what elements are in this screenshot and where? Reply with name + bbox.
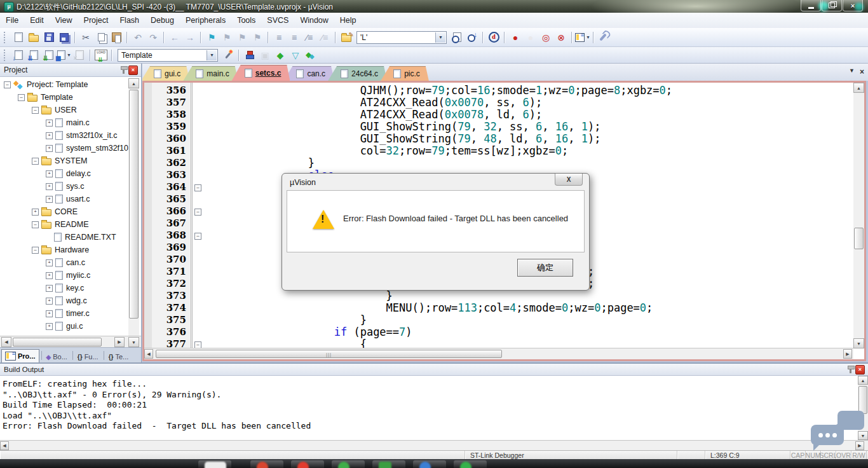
tree-item-delay-c[interactable]: +delay.c xyxy=(0,167,128,180)
tree-item-template[interactable]: –Template xyxy=(0,91,128,104)
menu-item-help[interactable]: Help xyxy=(334,13,362,27)
build-output-hscrollbar[interactable]: ◀ ▶ xyxy=(0,440,868,451)
collapse-icon[interactable]: – xyxy=(32,221,39,228)
expand-icon[interactable]: + xyxy=(46,196,53,203)
expand-icon[interactable]: + xyxy=(46,120,53,127)
menu-item-file[interactable]: File xyxy=(0,13,24,27)
scroll-left-button[interactable]: ◀ xyxy=(144,349,153,359)
document-tab-pic-c[interactable]: pic.c xyxy=(381,66,429,81)
bookmark-toggle-button[interactable]: ⚑ xyxy=(204,31,219,45)
tree-item-myiic-c[interactable]: +myiic.c xyxy=(0,269,128,282)
collapse-icon[interactable]: – xyxy=(32,107,39,114)
enable-breakpoint-button[interactable]: ● xyxy=(523,31,538,45)
taskbar-app-icon[interactable] xyxy=(379,462,391,468)
collapse-icon[interactable]: – xyxy=(32,158,39,165)
pin-icon[interactable] xyxy=(123,68,125,74)
new-file-button[interactable] xyxy=(11,31,26,45)
expand-icon[interactable]: + xyxy=(46,323,53,330)
build-button[interactable] xyxy=(26,48,41,62)
close-button[interactable]: × xyxy=(843,0,863,11)
tree-item-user[interactable]: –USER xyxy=(0,104,128,116)
tree-item-core[interactable]: +CORE xyxy=(0,205,128,218)
file-extensions-button[interactable]: ▽ xyxy=(288,48,303,62)
unindent-button[interactable]: ≡ xyxy=(271,31,287,45)
scroll-thumb[interactable] xyxy=(13,338,102,347)
workspace-tab-pro[interactable]: Pro... xyxy=(1,349,39,362)
rebuild-button[interactable] xyxy=(41,48,57,62)
menu-item-tools[interactable]: Tools xyxy=(231,13,261,27)
tree-item-readme[interactable]: –README xyxy=(0,218,128,231)
dialog-close-button[interactable]: X xyxy=(555,174,583,186)
tree-item-system[interactable]: –SYSTEM xyxy=(0,155,128,167)
multi-project-button[interactable] xyxy=(303,48,318,62)
menu-item-peripherals[interactable]: Peripherals xyxy=(180,13,231,27)
document-close-icon[interactable]: × xyxy=(860,67,864,76)
bookmark-clear-button[interactable]: ⚑ xyxy=(250,31,265,45)
tree-item-system-stm32f10x[interactable]: +system_stm32f10x xyxy=(0,142,128,155)
fold-collapse-icon[interactable]: – xyxy=(194,209,201,216)
disable-all-breakpoints-button[interactable]: ◎ xyxy=(538,31,553,45)
incremental-find-button[interactable] xyxy=(465,31,480,45)
target-options-button[interactable] xyxy=(220,48,236,62)
find-combobox[interactable]: 'L' ▼ xyxy=(356,31,447,44)
expand-icon[interactable]: + xyxy=(46,272,53,279)
menu-item-flash[interactable]: Flash xyxy=(114,13,145,27)
download-button[interactable] xyxy=(93,48,109,62)
find-combobox-dropdown[interactable]: ▼ xyxy=(435,32,445,43)
scroll-left-button[interactable]: ◀ xyxy=(1,337,11,347)
scroll-thumb[interactable] xyxy=(129,90,139,319)
menu-item-edit[interactable]: Edit xyxy=(24,13,50,27)
document-tab-can-c[interactable]: can.c xyxy=(283,66,334,81)
menu-item-debug[interactable]: Debug xyxy=(145,13,180,27)
scroll-down-button[interactable]: ▼ xyxy=(853,338,864,348)
tree-item-can-c[interactable]: +can.c xyxy=(0,256,128,269)
expand-icon[interactable]: + xyxy=(46,285,53,292)
open-file-button[interactable] xyxy=(26,31,41,45)
expand-icon[interactable]: + xyxy=(46,298,53,305)
tree-item-hardware[interactable]: –Hardware xyxy=(0,244,128,256)
batch-build-button[interactable]: ▼ xyxy=(57,48,72,62)
toolbar-grip[interactable] xyxy=(4,50,8,61)
expand-icon[interactable]: + xyxy=(46,170,53,177)
editor-vscrollbar[interactable]: ▲ ▼ xyxy=(853,83,864,348)
project-tree-hscrollbar[interactable]: ◀ ▶ ▼ xyxy=(0,336,141,348)
insert-breakpoint-button[interactable]: ● xyxy=(508,31,523,45)
scroll-thumb[interactable] xyxy=(858,386,867,414)
scroll-up-button[interactable]: ▲ xyxy=(858,376,868,385)
runtime-environment-button[interactable]: ◆ xyxy=(273,48,288,62)
tree-item-stm32f10x-it-c[interactable]: +stm32f10x_it.c xyxy=(0,129,128,142)
tree-item-wdg-c[interactable]: +wdg.c xyxy=(0,294,128,307)
tree-item-usart-c[interactable]: +usart.c xyxy=(0,193,128,205)
build-output-log[interactable]: FromELF: creating hex file..."..\OBJ\tt.… xyxy=(3,379,855,432)
configure-button[interactable] xyxy=(597,31,612,45)
find-in-files-button[interactable] xyxy=(449,31,465,45)
expand-icon[interactable]: + xyxy=(46,310,53,317)
ok-button[interactable]: 确定 xyxy=(517,259,573,277)
window-select-button[interactable]: ▼ xyxy=(575,31,590,45)
dropdown-caret-icon[interactable]: ▼ xyxy=(586,35,590,39)
target-combobox[interactable]: Template ▼ xyxy=(118,49,218,62)
uncomment-button[interactable]: ∕≡ xyxy=(317,31,332,45)
scroll-thumb[interactable]: ||| xyxy=(156,350,502,358)
taskbar-app-icon[interactable] xyxy=(205,462,226,468)
find-all-references-button[interactable]: d xyxy=(486,31,501,45)
scroll-up-button[interactable]: ▲ xyxy=(128,78,139,88)
pin-icon[interactable] xyxy=(850,368,851,373)
bookmark-next-button[interactable]: ⚑ xyxy=(234,31,250,45)
fold-collapse-icon[interactable]: – xyxy=(194,184,201,191)
document-tab-24c64-c[interactable]: 24c64.c xyxy=(328,66,387,81)
scroll-right-button[interactable]: ▶ xyxy=(114,337,125,347)
workspace-tab-fu[interactable]: {}Fu... xyxy=(74,351,102,362)
stop-build-button[interactable] xyxy=(72,48,87,62)
tree-item-main-c[interactable]: +main.c xyxy=(0,116,128,129)
project-panel-close-icon[interactable]: × xyxy=(128,65,138,75)
scroll-down-button[interactable]: ▼ xyxy=(128,337,139,347)
manage-books-button[interactable]: ▣ xyxy=(257,48,273,62)
collapse-icon[interactable]: – xyxy=(32,247,39,254)
expand-icon[interactable]: + xyxy=(46,183,53,190)
tree-item-sys-c[interactable]: +sys.c xyxy=(0,180,128,193)
comment-button[interactable]: ∕≡ xyxy=(302,31,317,45)
manage-project-items-button[interactable] xyxy=(242,48,257,62)
expand-icon[interactable]: + xyxy=(46,259,53,266)
dropdown-caret-icon[interactable]: ▼ xyxy=(67,53,71,57)
